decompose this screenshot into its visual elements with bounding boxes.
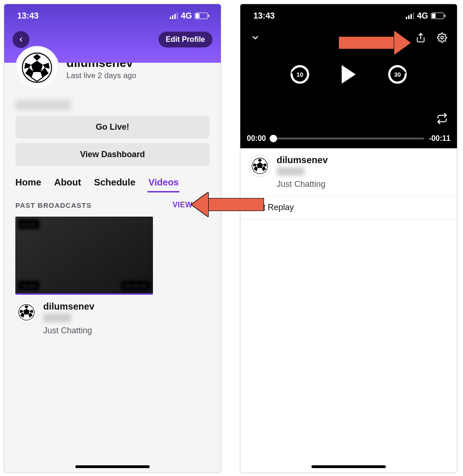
- video-player: 13:43 4G 10: [240, 4, 457, 148]
- profile-screen: 13:43 4G Edit Profile dilumsenev Last li…: [4, 4, 221, 473]
- avatar[interactable]: [15, 46, 59, 90]
- video-category: Just Chatting: [43, 326, 94, 336]
- author-avatar[interactable]: [249, 155, 271, 177]
- collapse-button[interactable]: [249, 31, 262, 44]
- rewind-amount: 10: [297, 71, 303, 78]
- battery-icon: [195, 13, 208, 19]
- last-live: Last live 2 days ago: [66, 71, 136, 80]
- video-thumbnail[interactable]: — — — — — — —: [15, 217, 153, 295]
- forward-30-button[interactable]: 30: [388, 65, 407, 84]
- home-indicator[interactable]: [75, 465, 150, 468]
- followers-blurred: [15, 100, 71, 110]
- status-right: 4G: [406, 11, 444, 21]
- view-dashboard-button[interactable]: View Dashboard: [15, 143, 210, 166]
- edit-profile-button[interactable]: Edit Profile: [159, 32, 212, 47]
- play-button[interactable]: [342, 65, 356, 84]
- tab-about[interactable]: About: [54, 177, 81, 188]
- share-icon[interactable]: [414, 31, 427, 44]
- video-author-avatar: [15, 301, 38, 324]
- clock: 13:43: [17, 11, 39, 21]
- author-name: dilumsenev: [277, 155, 328, 165]
- forward-amount: 30: [394, 71, 401, 78]
- video-info: dilumsenev Just Chatting: [240, 148, 457, 196]
- tab-home[interactable]: Home: [15, 177, 41, 188]
- video-subtitle-blurred: [43, 314, 71, 322]
- svg-point-16: [441, 36, 443, 39]
- chat-replay-header[interactable]: Chat Replay: [240, 196, 457, 219]
- annotation-arrow-left: [192, 192, 264, 217]
- player-screen: 13:43 4G 10: [240, 4, 457, 473]
- tabs: Home About Schedule Videos: [4, 171, 221, 188]
- section-title: PAST BROADCASTS: [15, 201, 92, 209]
- subtitle-blurred: [277, 167, 304, 176]
- network-label: 4G: [417, 11, 428, 21]
- annotation-arrow-right: [338, 31, 411, 55]
- rewind-10-button[interactable]: 10: [291, 65, 309, 84]
- go-live-button[interactable]: Go Live!: [15, 116, 210, 139]
- battery-icon: [431, 13, 444, 19]
- signal-icon: [170, 13, 178, 19]
- elapsed-time: 00:00: [247, 134, 266, 143]
- back-button[interactable]: [13, 31, 29, 48]
- status-bar: 13:43 4G: [4, 4, 221, 27]
- progress-bar[interactable]: [271, 138, 424, 139]
- video-author: dilumsenev: [43, 301, 94, 312]
- video-category: Just Chatting: [277, 179, 328, 189]
- signal-icon: [406, 13, 414, 19]
- gear-icon[interactable]: [436, 31, 449, 44]
- video-list-item[interactable]: dilumsenev Just Chatting: [4, 295, 221, 342]
- tab-videos[interactable]: Videos: [148, 177, 179, 188]
- status-bar: 13:43 4G: [240, 4, 457, 27]
- network-label: 4G: [181, 11, 192, 21]
- home-indicator[interactable]: [311, 465, 386, 468]
- repeat-icon[interactable]: [436, 112, 449, 125]
- remaining-time: -00:11: [429, 134, 450, 143]
- status-right: 4G: [170, 11, 208, 21]
- clock: 13:43: [253, 11, 275, 21]
- tab-schedule[interactable]: Schedule: [94, 177, 135, 188]
